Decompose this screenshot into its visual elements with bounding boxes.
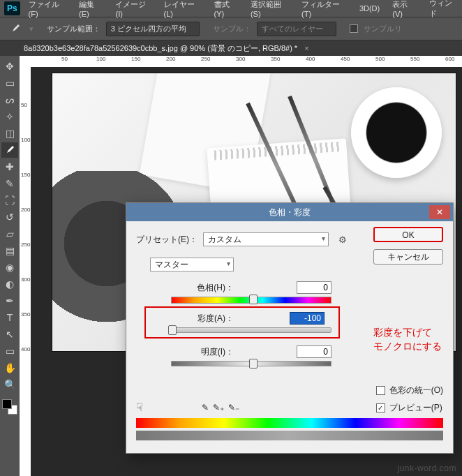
gradient-tool-icon[interactable]: ▤ [1,243,18,258]
menu-window[interactable]: ウィンド [425,0,462,20]
lightness-thumb[interactable] [249,359,258,369]
spectrum-bars [136,418,443,443]
hue-label: 色相(H)： [171,282,234,294]
lightness-input[interactable] [297,345,331,358]
menu-view[interactable]: 表示(V) [388,0,420,20]
preview-checkbox[interactable]: ✓ [376,403,385,412]
menu-type[interactable]: 書式(Y) [210,0,242,20]
menu-image[interactable]: イメージ(I) [111,0,155,20]
lightness-label: 明度(I)： [171,346,234,358]
heal-tool-icon[interactable]: ✚ [1,159,18,174]
scrubby-icon[interactable]: ☟ [136,401,143,414]
saturation-input[interactable] [290,312,325,325]
eyedropper-tool-icon[interactable] [1,142,18,158]
hand-tool-icon[interactable]: ✋ [1,360,18,375]
colorize-checkbox[interactable] [376,386,385,395]
menu-edit[interactable]: 編集(E) [75,0,107,20]
dodge-tool-icon[interactable]: ◐ [1,276,18,292]
hue-saturation-dialog: 色相・彩度 ✕ OK キャンセル プリセット(E)： カスタム ⚙ マスター 色… [126,202,454,454]
menu-layer[interactable]: レイヤー(L) [160,0,206,20]
document-tab-bar: 8a8320b3e63e28fa78a52562639c0cbb_s.jpg @… [0,40,462,56]
saturation-label: 彩度(A)： [171,313,234,325]
shape-tool-icon[interactable]: ▭ [1,343,18,359]
eyedropper-plus-icon[interactable]: ✎₊ [213,403,224,412]
hue-slider[interactable] [171,297,331,304]
color-swatches[interactable] [2,399,17,415]
hue-thumb[interactable] [249,295,258,304]
eraser-tool-icon[interactable]: ▱ [1,226,18,241]
sample-label: サンプル： [213,24,251,34]
zoom-tool-icon[interactable]: 🔍 [1,377,18,392]
stamp-tool-icon[interactable]: ⛶ [1,193,18,208]
menu-file[interactable]: ファイル(F) [24,0,71,20]
ruler-vertical: 50 100 150 200 250 300 350 400 [20,67,31,476]
sample-size-label: サンプル範囲： [47,24,100,34]
hue-input[interactable] [297,281,331,294]
saturation-slider[interactable] [171,327,331,333]
sample-size-select[interactable]: 3 ピクセル四方の平均 [106,22,200,36]
eyedropper-tool-icon[interactable] [7,21,24,36]
eyedropper-minus-icon[interactable]: ✎₋ [228,403,239,412]
colorize-label: 色彩の統一(O) [389,385,443,396]
preset-gear-icon[interactable]: ⚙ [338,235,347,245]
eyedropper-icon[interactable]: ✎ [202,403,209,412]
lightness-slider[interactable] [171,361,331,366]
blur-tool-icon[interactable]: ◉ [1,260,18,275]
menu-filter[interactable]: フィルター(T) [297,0,351,20]
dialog-close-button[interactable]: ✕ [429,205,450,219]
tab-close-icon[interactable]: × [304,44,308,52]
watermark: junk-word.com [397,463,456,473]
brush-tool-icon[interactable]: ✎ [1,176,18,191]
ok-button[interactable]: OK [373,227,443,242]
preview-label: プレビュー(P) [389,402,442,414]
crop-tool-icon[interactable]: ◫ [1,126,18,141]
menu-3d[interactable]: 3D(D) [355,3,384,14]
move-tool-icon[interactable]: ✥ [1,59,18,74]
channel-select[interactable]: マスター [150,258,234,272]
sample-select[interactable]: すべてのレイヤー [257,22,336,36]
menu-select[interactable]: 選択範囲(S) [246,0,293,20]
ps-logo: Ps [4,1,20,15]
ruler-horizontal: 50 100 150 200 250 300 350 400 450 500 5… [20,56,462,67]
menubar: Ps ファイル(F) 編集(E) イメージ(I) レイヤー(L) 書式(Y) 選… [0,0,462,17]
dialog-title[interactable]: 色相・彩度 ✕ [126,203,453,221]
preset-label: プリセット(E)： [136,234,198,246]
cancel-button[interactable]: キャンセル [373,249,443,265]
marquee-tool-icon[interactable]: ▭ [1,75,18,91]
lasso-tool-icon[interactable]: ᔕ [1,92,18,107]
saturation-highlight-box: 彩度(A)： [144,306,340,339]
annotation-callout: 彩度を下げて モノクロにする [373,326,442,353]
toolbox: ✥ ▭ ᔕ ✧ ◫ ✚ ✎ ⛶ ↺ ▱ ▤ ◉ ◐ ✒ T ↖ ▭ ✋ 🔍 [0,57,20,415]
history-brush-icon[interactable]: ↺ [1,209,18,225]
sample-ring-label: サンプルリ [364,24,402,34]
sample-ring-checkbox[interactable] [350,24,358,33]
preset-select[interactable]: カスタム [203,232,329,246]
pen-tool-icon[interactable]: ✒ [1,293,18,308]
wand-tool-icon[interactable]: ✧ [1,109,18,124]
saturation-thumb[interactable] [168,325,177,335]
path-tool-icon[interactable]: ↖ [1,327,18,342]
document-tab[interactable]: 8a8320b3e63e28fa78a52562639c0cbb_s.jpg @… [24,43,297,54]
text-tool-icon[interactable]: T [1,310,18,325]
options-bar: ▾ | サンプル範囲： 3 ピクセル四方の平均 | サンプル： すべてのレイヤー… [0,17,462,40]
